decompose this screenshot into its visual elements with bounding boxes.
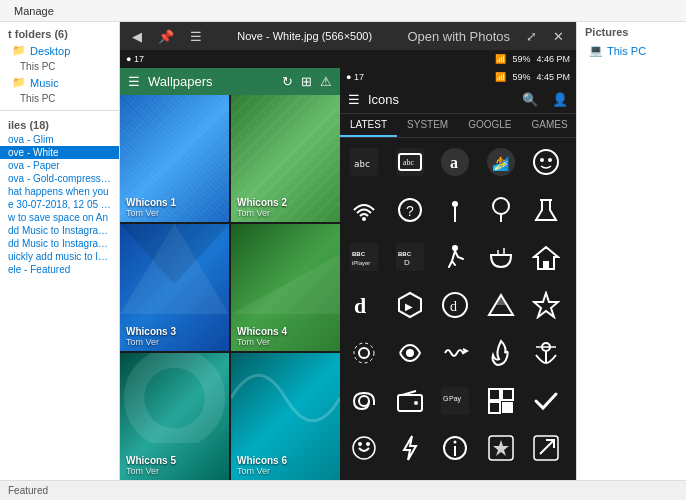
wp-item-5-author: Tom Ver (126, 466, 223, 476)
desktop-sub-label: This PC (20, 61, 56, 72)
svg-text:a: a (450, 154, 458, 171)
status-right: 📶 59% 4:46 PM (495, 54, 570, 64)
icon-star[interactable] (528, 287, 564, 323)
icon-a-letter[interactable]: a (437, 144, 473, 180)
expand-button[interactable]: ⤢ (522, 27, 541, 46)
wp-menu-icon[interactable]: ☰ (128, 74, 140, 89)
svg-point-5 (134, 358, 215, 439)
open-with-button[interactable]: Open with Photos (403, 27, 514, 46)
wallpapers-grid: Whicons 1 Tom Ver Whicons 2 Tom Ver (120, 95, 340, 480)
wp-grid-icon[interactable]: ⊞ (301, 74, 312, 89)
icon-hexagon[interactable]: ▶ (392, 287, 428, 323)
wp-item-1-author: Tom Ver (126, 208, 223, 218)
tab-games[interactable]: GAMES (522, 114, 576, 137)
file-item-7[interactable]: dd Music to Instagram S (0, 224, 119, 237)
icons-menu-icon[interactable]: ☰ (348, 92, 360, 107)
back-button[interactable]: ◀ (128, 27, 146, 46)
file-item-3[interactable]: ova - Gold-compressed (0, 172, 119, 185)
icon-arrow-wave[interactable] (437, 335, 473, 371)
wp-item-1-name: Whicons 1 (126, 197, 223, 208)
svg-text:?: ? (406, 203, 414, 219)
icons-search-icon[interactable]: 🔍 (522, 92, 538, 107)
icon-grid-squares[interactable] (483, 383, 519, 419)
icon-gpay[interactable]: GPay (437, 383, 473, 419)
file-item-4[interactable]: hat happens when you (0, 185, 119, 198)
icons-profile-icon[interactable]: 👤 (552, 92, 568, 107)
svg-point-21 (452, 201, 458, 207)
manage-button[interactable]: Manage (8, 3, 60, 19)
icon-smiley-spiral[interactable] (346, 430, 382, 466)
icons-phone-status: ● 17 📶 59% 4:45 PM (340, 68, 576, 86)
tab-latest[interactable]: LATEST (340, 114, 397, 137)
right-sidebar-this-pc[interactable]: 💻 This PC (577, 42, 686, 59)
tab-system[interactable]: SYSTEM (397, 114, 458, 137)
icon-kayak[interactable]: 🏄 (483, 144, 519, 180)
icon-dot-circle[interactable] (437, 192, 473, 228)
close-button[interactable]: ✕ (549, 27, 568, 46)
icon-info-circle[interactable] (437, 430, 473, 466)
sidebar-item-music[interactable]: 📁 Music (0, 74, 119, 91)
file-item-9[interactable]: uickly add music to Inst (0, 250, 119, 263)
wp-alert-icon[interactable]: ⚠ (320, 74, 332, 89)
svg-rect-26 (350, 243, 378, 271)
file-item-10[interactable]: ele - Featured (0, 263, 119, 276)
icon-arrow-diagonal[interactable] (528, 430, 564, 466)
icon-lightning-bolt[interactable] (392, 430, 428, 466)
icon-iview[interactable]: abc (392, 144, 428, 180)
wp-item-2-name: Whicons 2 (237, 197, 334, 208)
icon-d-letter[interactable]: d (437, 287, 473, 323)
svg-point-17 (548, 158, 552, 162)
icon-wifi-signal[interactable] (346, 192, 382, 228)
svg-text:d: d (450, 299, 457, 314)
pictures-label: Pictures (577, 22, 686, 42)
icon-sun-gear[interactable] (346, 335, 382, 371)
icon-house[interactable] (528, 239, 564, 275)
icon-mountain[interactable] (483, 287, 519, 323)
wallpaper-item-5[interactable]: Whicons 5 Tom Ver (120, 353, 229, 480)
icon-bbc-iplayer[interactable]: BBCiPlayer (346, 239, 382, 275)
desktop-sub: This PC (0, 59, 119, 74)
wallpaper-item-4[interactable]: Whicons 4 Tom Ver (231, 224, 340, 351)
icon-checkmark[interactable] (528, 383, 564, 419)
file-item-8[interactable]: dd Music to Instagram S (0, 237, 119, 250)
icon-wallet[interactable] (392, 383, 428, 419)
wallpaper-item-1[interactable]: Whicons 1 Tom Ver (120, 95, 229, 222)
icon-anchor[interactable] (528, 335, 564, 371)
file-item-0[interactable]: ova - Glim (0, 133, 119, 146)
pin-button[interactable]: 📌 (154, 27, 178, 46)
list-button[interactable]: ☰ (186, 27, 206, 46)
file-item-2[interactable]: ova - Paper (0, 159, 119, 172)
status-left: ● 17 (126, 54, 144, 64)
file-item-5[interactable]: e 30-07-2018, 12 05 00 (0, 198, 119, 211)
icon-d-badge[interactable]: d (346, 287, 382, 323)
wallpaper-item-6[interactable]: Whicons 6 Tom Ver (231, 353, 340, 480)
file-item-1-selected[interactable]: ove - White (0, 146, 119, 159)
tab-google[interactable]: GOOGLE (458, 114, 521, 137)
icon-running[interactable] (437, 239, 473, 275)
icon-at[interactable] (346, 383, 382, 419)
icon-flame[interactable] (483, 335, 519, 371)
divider (0, 110, 119, 111)
icon-help-circle[interactable]: ? (392, 192, 428, 228)
wallpaper-item-3[interactable]: Whicons 3 Tom Ver (120, 224, 229, 351)
icon-flask[interactable] (528, 192, 564, 228)
icon-abc[interactable]: abc (346, 144, 382, 180)
wp-refresh-icon[interactable]: ↻ (282, 74, 293, 89)
icons-status-right: 📶 59% 4:45 PM (495, 72, 570, 82)
svg-marker-3 (120, 224, 229, 284)
music-sub: This PC (0, 91, 119, 106)
svg-text:abc: abc (354, 159, 370, 169)
svg-text:BBC: BBC (352, 251, 366, 257)
icon-bowl[interactable] (483, 239, 519, 275)
sidebar-item-desktop[interactable]: 📁 Desktop (0, 42, 119, 59)
phone-status-bar: ● 17 📶 59% 4:46 PM (120, 50, 576, 68)
icon-bbc-d[interactable]: BBCD (392, 239, 428, 275)
svg-rect-60 (502, 402, 513, 413)
wp-item-2-label: Whicons 2 Tom Ver (231, 193, 340, 222)
icon-star-badge[interactable] (483, 430, 519, 466)
wallpaper-item-2[interactable]: Whicons 2 Tom Ver (231, 95, 340, 222)
icon-circle-face[interactable] (528, 144, 564, 180)
file-item-6[interactable]: w to save space on An (0, 211, 119, 224)
icon-lollipop[interactable] (483, 192, 519, 228)
icon-eye-swirl[interactable] (392, 335, 428, 371)
